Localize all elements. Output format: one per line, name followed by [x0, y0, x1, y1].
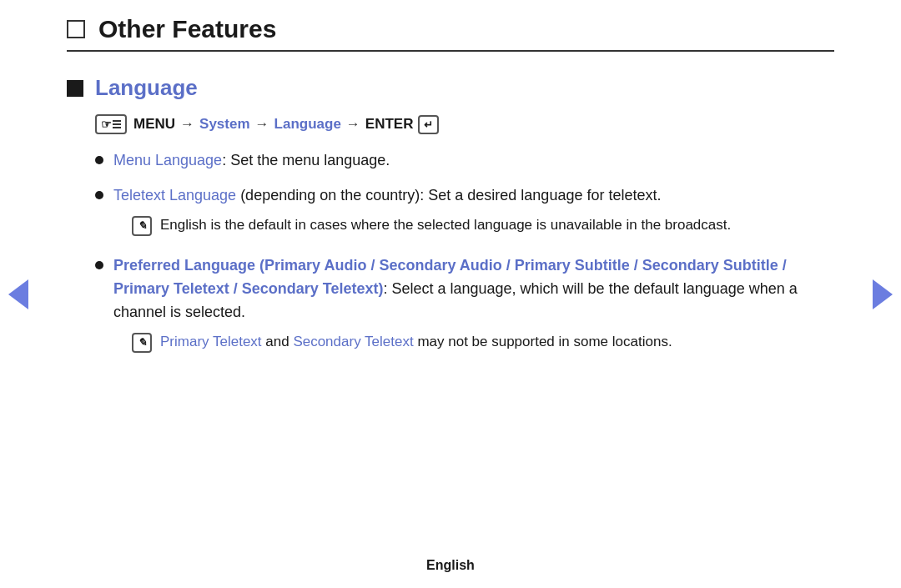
page-footer: English: [426, 558, 475, 573]
nav-arrow-left[interactable]: [8, 279, 28, 309]
note-icon-teletext: ✎: [132, 216, 152, 236]
bars-icon: [113, 120, 121, 128]
bullet-dot: [95, 156, 103, 164]
bullet-content-teletext: Teletext Language (depending on the coun…: [113, 184, 834, 243]
section-title: Language: [95, 75, 198, 101]
bullet-dot: [95, 261, 103, 269]
footer-label: English: [426, 558, 475, 572]
menu-language-label: Menu Language: [113, 152, 222, 168]
header-checkbox: [67, 20, 85, 38]
menu-path: ☞ MENU → System → Language → ENTER ↵: [95, 114, 834, 134]
arrow-1: →: [180, 116, 194, 133]
primary-teletext-label: Primary Teletext: [160, 334, 262, 349]
bullet-item-menu-language: Menu Language: Set the menu language.: [95, 149, 834, 173]
secondary-teletext-label: Secondary Teletext: [293, 334, 413, 349]
nav-arrow-right[interactable]: [873, 279, 893, 309]
teletext-language-extra: (depending on the country): [236, 187, 420, 204]
hand-icon: ☞: [101, 118, 112, 131]
menu-label: MENU: [133, 116, 175, 133]
note-icon-preferred: ✎: [132, 333, 152, 353]
section-square-icon: [67, 80, 83, 97]
page-title: Other Features: [98, 15, 276, 43]
bullet-list: Menu Language: Set the menu language. Te…: [95, 149, 834, 359]
enter-icon: ↵: [418, 115, 439, 134]
enter-label: ENTER: [365, 116, 414, 133]
language-section: Language ☞ MENU → System → Language → EN…: [67, 75, 834, 359]
note-block-teletext: ✎ English is the default in cases where …: [132, 214, 834, 236]
arrow-2: →: [255, 116, 269, 133]
bullet-dot: [95, 191, 103, 199]
teletext-language-label: Teletext Language: [113, 187, 236, 204]
system-label: System: [199, 116, 249, 133]
page-header: Other Features: [67, 15, 834, 52]
bullet-item-teletext-language: Teletext Language (depending on the coun…: [95, 184, 834, 243]
bullet-item-preferred-language: Preferred Language (Primary Audio / Seco…: [95, 254, 834, 359]
language-label: Language: [274, 116, 341, 133]
bullet-content-menu-language: Menu Language: Set the menu language.: [113, 149, 834, 173]
note-end: may not be supported in some locations.: [414, 334, 672, 349]
note-mid: and: [262, 334, 294, 349]
menu-icon: ☞: [95, 114, 127, 134]
note-block-preferred: ✎ Primary Teletext and Secondary Teletex…: [132, 331, 834, 353]
arrow-3: →: [346, 116, 360, 133]
teletext-language-text: : Set a desired language for teletext.: [420, 187, 661, 204]
note-text-teletext: English is the default in cases where th…: [160, 214, 834, 236]
section-header: Language: [67, 75, 834, 101]
bullet-content-preferred: Preferred Language (Primary Audio / Seco…: [113, 254, 834, 359]
menu-language-text: : Set the menu language.: [222, 152, 390, 168]
note-text-preferred: Primary Teletext and Secondary Teletext …: [160, 331, 834, 353]
